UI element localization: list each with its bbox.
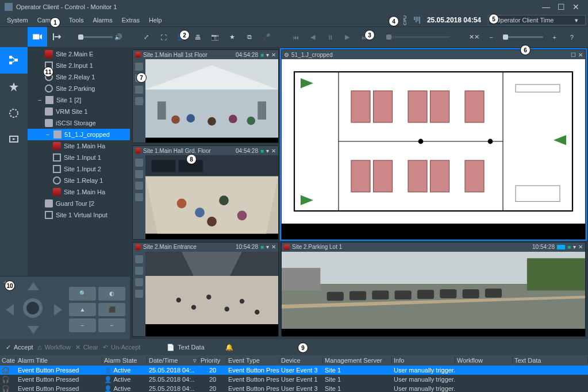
menu-extras[interactable]: Extras xyxy=(117,17,144,24)
ptz-up[interactable] xyxy=(28,282,39,290)
tree-item[interactable]: −51_1.J_cropped xyxy=(28,129,130,140)
ptz-focus-icon[interactable]: ▲ xyxy=(69,303,96,317)
zoom-slider[interactable] xyxy=(503,36,543,38)
pane-max-icon[interactable]: ▾ xyxy=(573,244,576,250)
compact-icon[interactable]: ✕✕ xyxy=(468,32,480,43)
image-pane-0[interactable]: Site 1.Main Hall 1st Floor04:54:28■▾✕ xyxy=(132,49,279,143)
image-pane-1[interactable]: Site 1.Main Hall Grd. Floor04:54:28■▾✕ xyxy=(132,145,279,239)
col-event[interactable]: Event Type xyxy=(226,357,279,364)
tool-icon[interactable] xyxy=(135,170,143,178)
pane-close-icon[interactable]: ✕ xyxy=(271,148,276,154)
pause-icon[interactable]: ⏸ xyxy=(324,32,336,43)
tool-icon[interactable] xyxy=(135,267,143,275)
menu-help[interactable]: Help xyxy=(144,17,167,24)
alarm-row[interactable]: 🎧Event Button Pressed👤 Active25.05.2018 … xyxy=(0,375,588,384)
playback-mode-button[interactable] xyxy=(47,27,67,47)
tree-item[interactable]: Site 2.Parking xyxy=(28,83,130,94)
col-server[interactable]: Management Server xyxy=(323,357,392,364)
pane-close-icon[interactable]: ✕ xyxy=(578,244,583,250)
accept-button[interactable]: ✓Accept xyxy=(6,344,33,351)
pane-max-icon[interactable]: ▾ xyxy=(266,244,269,250)
tool-icon[interactable] xyxy=(135,63,143,71)
volume-icon[interactable]: 🔊 xyxy=(113,32,124,43)
tree-item[interactable]: Site 1.Main Ha xyxy=(28,186,130,198)
zoom-in-icon[interactable]: + xyxy=(549,32,560,43)
ptz-aux2-icon[interactable]: − xyxy=(98,318,125,332)
col-priority[interactable]: Priority xyxy=(199,357,226,364)
col-info[interactable]: Info xyxy=(392,357,455,364)
menu-tools[interactable]: Tools xyxy=(64,17,89,24)
ptz-aux1-icon[interactable]: − xyxy=(69,318,96,332)
fullscreen-icon[interactable]: ⛶ xyxy=(157,32,169,43)
print-icon[interactable]: 🖶 xyxy=(192,32,203,43)
col-textdata[interactable]: Text Data xyxy=(513,357,588,364)
layout-icon[interactable]: ⤢ xyxy=(140,32,152,43)
rail-monitors-button[interactable] xyxy=(0,126,28,153)
pane-max-icon[interactable]: ▾ xyxy=(266,148,269,154)
tree-item[interactable]: −Site 1 [2] xyxy=(28,94,130,106)
col-category[interactable]: Cate.. xyxy=(0,357,16,364)
image-pane-map[interactable]: ⚙51_1.J_cropped☐✕ xyxy=(281,49,586,240)
image-pane-4[interactable]: Site 2.Parking Lot 110:54:28■▾✕ xyxy=(281,242,586,337)
rail-favorites-button[interactable] xyxy=(0,74,28,100)
pane-max-icon[interactable]: ☐ xyxy=(571,52,576,58)
pane-close-icon[interactable]: ✕ xyxy=(271,244,276,250)
alarm-row[interactable]: 🎧Event Button Pressed👤 Active25.05.2018 … xyxy=(0,384,588,392)
ptz-right[interactable] xyxy=(54,304,62,316)
menu-system[interactable]: System xyxy=(2,17,33,24)
tool-icon[interactable] xyxy=(135,290,143,298)
tree-item[interactable]: iSCSI Storage xyxy=(28,117,130,129)
rail-bookmarks-button[interactable] xyxy=(0,100,28,126)
col-device[interactable]: Device xyxy=(279,357,323,364)
ptz-down[interactable] xyxy=(28,326,39,334)
close-button[interactable]: ✕ xyxy=(568,2,583,12)
pane-close-icon[interactable]: ✕ xyxy=(271,52,276,58)
clear-button[interactable]: ✕Clear xyxy=(75,344,98,351)
tree-item[interactable]: Site 2.Main E xyxy=(28,48,130,60)
ptz-center[interactable] xyxy=(23,298,43,318)
alarm-row[interactable]: 🎧Event Button Pressed👤 Active25.05.2018 … xyxy=(0,366,588,375)
tree-item[interactable]: Site 1.Input 2 xyxy=(28,163,130,175)
time-mode-select[interactable]: Operator Client Time ▾ xyxy=(488,15,586,25)
bookmark-icon[interactable]: ⧉ xyxy=(244,32,255,43)
prev-frame-icon[interactable]: ◀ xyxy=(307,32,318,43)
col-workflow[interactable]: Workflow xyxy=(455,357,513,364)
snapshot-icon[interactable]: 📷 xyxy=(209,32,221,43)
tool-icon[interactable] xyxy=(135,159,143,167)
tool-icon[interactable] xyxy=(135,193,143,201)
tree-item[interactable]: Guard Tour [2 xyxy=(28,198,130,209)
workflow-button[interactable]: ⎌Workflow xyxy=(38,344,71,351)
image-pane-3[interactable]: Site 2.Main Entrance10:54:28■▾✕ xyxy=(132,242,279,337)
tree-caret[interactable]: − xyxy=(45,131,51,138)
unaccept-button[interactable]: ↶Un-Accept xyxy=(103,344,140,351)
menu-alarms[interactable]: Alarms xyxy=(89,17,117,24)
tree-item[interactable]: VRM Site 1 xyxy=(28,106,130,117)
step-back-icon[interactable]: ⏮ xyxy=(290,32,301,43)
textdata-button[interactable]: 📄Text Data xyxy=(167,344,204,351)
tool-icon[interactable] xyxy=(135,255,143,263)
zoom-out-icon[interactable]: − xyxy=(486,32,497,43)
live-mode-button[interactable] xyxy=(28,27,47,47)
tree-item[interactable]: Site 1.Input 1 xyxy=(28,152,130,163)
tool-icon[interactable] xyxy=(135,278,143,286)
tree-item[interactable]: Site 1.Main Ha xyxy=(28,140,130,152)
minimize-button[interactable]: — xyxy=(539,2,554,12)
tool-icon[interactable] xyxy=(135,182,143,190)
tool-icon[interactable] xyxy=(135,86,143,94)
help-icon[interactable]: ? xyxy=(566,32,578,43)
ptz-zoom-icon[interactable]: 🔍 xyxy=(69,287,96,301)
alarm-bell-button[interactable]: 🔔 xyxy=(225,344,233,351)
tree-item[interactable]: Site 1.Relay 1 xyxy=(28,175,130,186)
mic-icon[interactable]: 🎤 xyxy=(261,32,272,43)
ptz-preset-icon[interactable]: ⬛ xyxy=(98,303,125,317)
pane-close-icon[interactable]: ✕ xyxy=(578,52,583,58)
ptz-iris-icon[interactable]: ◐ xyxy=(98,287,125,301)
tree-item[interactable]: Site 1 Virtual Input xyxy=(28,209,130,221)
maximize-button[interactable]: ☐ xyxy=(554,2,568,12)
rail-tree-button[interactable] xyxy=(0,47,28,74)
tree-caret[interactable]: − xyxy=(37,97,43,103)
favorite-icon[interactable]: ★ xyxy=(226,32,238,43)
col-title[interactable]: Alarm Title xyxy=(16,357,102,364)
col-state[interactable]: Alarm State xyxy=(102,357,147,364)
ptz-left[interactable] xyxy=(6,304,14,316)
